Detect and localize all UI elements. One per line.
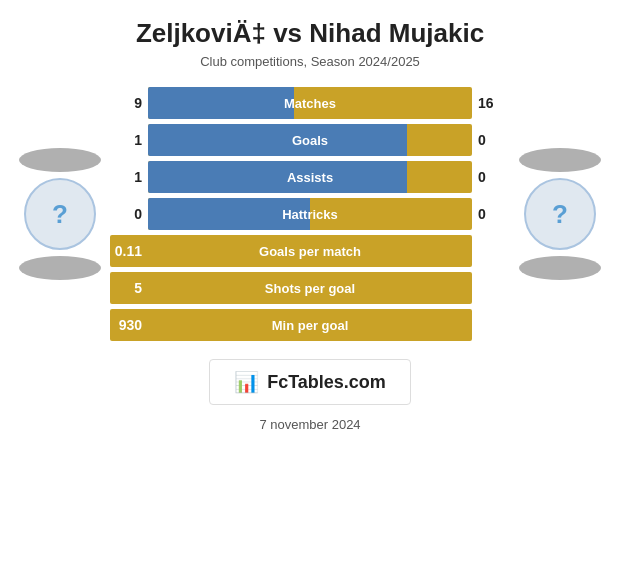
stat-label: Matches xyxy=(284,96,336,111)
stat-row: 1Goals0 xyxy=(110,124,510,156)
ellipse-bottom-right xyxy=(519,256,601,280)
stat-right-value: 0 xyxy=(472,132,510,148)
stat-bar-container: Hattricks xyxy=(148,198,472,230)
ellipse-bottom-left xyxy=(19,256,101,280)
stat-left-value: 1 xyxy=(110,169,148,185)
ellipse-top-left xyxy=(19,148,101,172)
player-right: ? xyxy=(510,146,610,282)
stat-row: 0Hattricks0 xyxy=(110,198,510,230)
player-left: ? xyxy=(10,146,110,282)
avatar-left: ? xyxy=(24,178,96,250)
stat-right-value-empty: 0 xyxy=(472,280,510,296)
comparison-area: ? 9Matches161Goals01Assists00Hattricks00… xyxy=(0,87,620,341)
stat-row: 930Min per goal0 xyxy=(110,309,510,341)
stat-right-value-empty: 0 xyxy=(472,317,510,333)
logo-icon: 📊 xyxy=(234,370,259,394)
stat-label: Hattricks xyxy=(282,207,338,222)
stat-bar-left xyxy=(148,87,294,119)
stat-row: 5Shots per goal0 xyxy=(110,272,510,304)
stat-right-value: 16 xyxy=(472,95,510,111)
stat-left-value-single: 0.11 xyxy=(110,235,148,267)
stat-bar-container-single: Goals per match xyxy=(148,235,472,267)
main-container: ZeljkoviÄ‡ vs Nihad Mujakic Club competi… xyxy=(0,0,620,580)
stat-label-single: Goals per match xyxy=(259,244,361,259)
stat-right-value: 0 xyxy=(472,169,510,185)
stat-row: 0.11Goals per match0 xyxy=(110,235,510,267)
date-label: 7 november 2024 xyxy=(259,417,360,432)
stat-bar-left xyxy=(148,161,407,193)
stat-bar-left xyxy=(148,124,407,156)
logo-area: 📊 FcTables.com xyxy=(209,359,411,405)
stat-right-value: 0 xyxy=(472,206,510,222)
ellipse-top-right xyxy=(519,148,601,172)
question-icon-left: ? xyxy=(52,199,68,230)
stat-bar-container-single: Min per goal xyxy=(148,309,472,341)
logo-text: FcTables.com xyxy=(267,372,386,393)
logo-box: 📊 FcTables.com xyxy=(209,359,411,405)
stat-right-value-empty: 0 xyxy=(472,243,510,259)
stat-left-value: 1 xyxy=(110,132,148,148)
stat-row: 1Assists0 xyxy=(110,161,510,193)
stat-left-value-single: 930 xyxy=(110,309,148,341)
stat-bar-container: Assists xyxy=(148,161,472,193)
stat-label: Assists xyxy=(287,170,333,185)
stat-bar-container-single: Shots per goal xyxy=(148,272,472,304)
stat-label: Goals xyxy=(292,133,328,148)
stat-label-single: Shots per goal xyxy=(265,281,355,296)
stat-left-value: 0 xyxy=(110,206,148,222)
stat-left-value: 9 xyxy=(110,95,148,111)
stat-label-single: Min per goal xyxy=(272,318,349,333)
avatar-right: ? xyxy=(524,178,596,250)
stat-bar-container: Matches xyxy=(148,87,472,119)
stat-row: 9Matches16 xyxy=(110,87,510,119)
stat-bar-container: Goals xyxy=(148,124,472,156)
stats-area: 9Matches161Goals01Assists00Hattricks00.1… xyxy=(110,87,510,341)
stat-left-value-single: 5 xyxy=(110,272,148,304)
subtitle: Club competitions, Season 2024/2025 xyxy=(200,54,420,69)
page-title: ZeljkoviÄ‡ vs Nihad Mujakic xyxy=(136,18,484,49)
question-icon-right: ? xyxy=(552,199,568,230)
